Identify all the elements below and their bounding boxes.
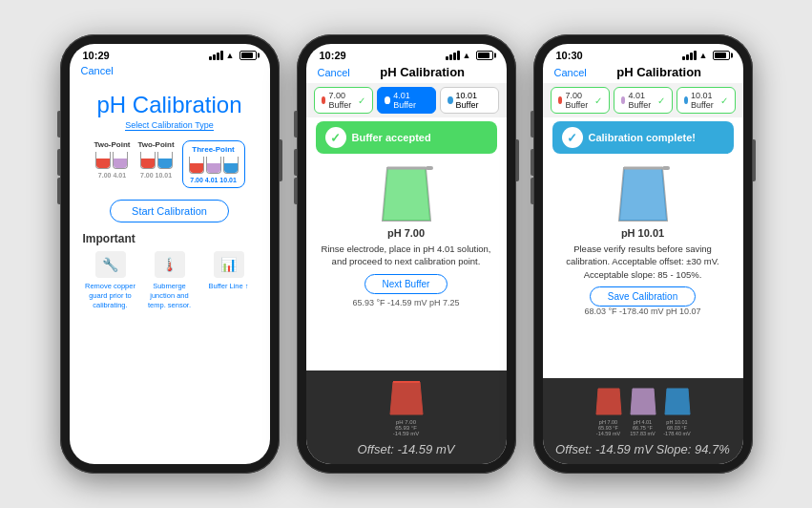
- instruction-text-2: Rinse electrode, place in pH 4.01 soluti…: [316, 243, 497, 268]
- beaker-vals-2: 7.00 10.01: [140, 172, 172, 179]
- dark-panel-2: pH 7.00 65.93 °F -14.59 mV Offset: -14.5…: [306, 370, 507, 464]
- buffer-accepted-banner: ✓ Buffer accepted: [316, 121, 497, 154]
- subtitle-1: Select Calibration Type: [125, 120, 213, 131]
- tab-label-10-2: 10.01 Buffer: [456, 91, 491, 110]
- cancel-button-2[interactable]: Cancel: [318, 67, 350, 78]
- cal-option-three-point[interactable]: Three-Point 7.00 4.01 10.01: [182, 140, 245, 188]
- calibration-options: Two-Point 7.00 4.01 Two-Point: [94, 140, 244, 188]
- beakers-tp1: [95, 152, 128, 169]
- important-section: Important 🔧 Remove copper guard prior to…: [83, 232, 257, 309]
- next-buffer-button[interactable]: Next Buffer: [364, 274, 448, 294]
- banner-text-3: Calibration complete!: [589, 132, 696, 143]
- important-item-1: 🔧 Remove copper guard prior to calibrati…: [83, 251, 138, 309]
- mini-beaker-purple-3: [206, 157, 221, 174]
- beaker-vals-3: 7.00 4.01 10.01: [190, 177, 237, 183]
- mini-beaker-blue-3: [223, 157, 239, 174]
- beaker-area-3: pH 10.01: [614, 163, 672, 239]
- svg-marker-11: [631, 389, 656, 414]
- beaker-label-2: pH 7.00: [387, 227, 425, 239]
- mini-beaker-blue-2: [157, 152, 173, 169]
- tab-10-buffer-3[interactable]: 10.01 Buffer ✓: [677, 87, 736, 114]
- tab-check-10-3: ✓: [720, 95, 728, 106]
- offset-text-3: Offset: -14.59 mV Slope: 94.7%: [555, 442, 730, 456]
- important-text-1: Remove copper guard prior to calibrating…: [83, 282, 138, 309]
- mini-beakers-row-3: pH 7.00 65.93 °F -14.59 mV pH 4.01 66.75…: [594, 386, 692, 436]
- tab-10-buffer-2[interactable]: 10.01 Buffer: [440, 87, 499, 114]
- important-text-2: Submerge junction and temp. sensor.: [142, 282, 198, 309]
- nav-bar-3: Cancel pH Calibration: [543, 63, 743, 83]
- nav-bar-2: Cancel pH Calibration: [306, 63, 507, 83]
- tab-dot-red-2: [322, 96, 326, 104]
- phone-1: 10:29 ▲ Cancel pH Ca: [60, 34, 280, 474]
- submerge-icon: 🌡️: [155, 251, 185, 278]
- status-icons-3: ▲: [682, 51, 730, 60]
- readings-3: 68.03 °F -178.40 mV pH 10.07: [584, 307, 700, 316]
- battery-icon-2: [476, 51, 493, 60]
- tab-dot-purple-3: [621, 96, 626, 104]
- mini-beaker-red-1: [95, 152, 111, 169]
- svg-marker-1: [383, 168, 430, 221]
- important-items: 🔧 Remove copper guard prior to calibrati…: [83, 251, 257, 309]
- svg-rect-9: [662, 166, 670, 170]
- tab-4-buffer-3[interactable]: 4.01 Buffer ✓: [614, 87, 673, 114]
- phone-3-screen: 10:30 ▲ Cancel pH Calibration: [543, 44, 743, 464]
- cal-option-two-point-1[interactable]: Two-Point 7.00 4.01: [94, 140, 130, 188]
- tab-check-7-3: ✓: [594, 95, 602, 106]
- mini-beaker-card-blue-3: pH 10.01 68.03 °F -178.40 mV: [663, 386, 692, 436]
- tab-4-buffer-2[interactable]: 4.01 Buffer: [377, 87, 436, 114]
- cancel-button-1[interactable]: Cancel: [81, 65, 114, 76]
- status-icons-2: ▲: [446, 51, 493, 60]
- buffer-tabs-3: 7.00 Buffer ✓ 4.01 Buffer ✓ 10.01 Buffer…: [543, 83, 743, 117]
- phone-3: 10:30 ▲ Cancel pH Calibration: [533, 34, 753, 474]
- mini-beaker-blue-svg-3: [663, 386, 692, 418]
- start-calibration-button[interactable]: Start Calibration: [110, 200, 229, 222]
- signal-icon-2: [446, 51, 460, 60]
- svg-marker-12: [665, 389, 690, 414]
- page-title-1: pH Calibration: [96, 92, 241, 118]
- mini-beaker-purple-1: [113, 152, 128, 169]
- cal-label-1: Two-Point: [94, 140, 130, 149]
- wifi-icon-3: ▲: [699, 51, 708, 60]
- cancel-button-3[interactable]: Cancel: [554, 67, 587, 78]
- tab-label-7-3: 7.00 Buffer: [565, 91, 591, 110]
- cal-option-two-point-2[interactable]: Two-Point 7.00 10.01: [138, 140, 175, 188]
- mini-beaker-red-2: [140, 152, 156, 169]
- phones-container: 10:29 ▲ Cancel pH Ca: [41, 15, 772, 493]
- mini-beaker-red-3: [189, 157, 204, 174]
- mini-beaker-red-svg-3: [594, 386, 623, 418]
- save-calibration-button[interactable]: Save Calibration: [590, 286, 696, 307]
- tab-label-4-3: 4.01 Buffer: [628, 91, 654, 110]
- buffer-line-icon: 📊: [214, 251, 244, 278]
- tab-dot-blue-2: [448, 96, 453, 104]
- tab-7-buffer-2[interactable]: 7.00 Buffer ✓: [314, 87, 373, 114]
- copper-guard-icon: 🔧: [95, 251, 126, 278]
- important-title: Important: [83, 232, 257, 245]
- mini-beaker-card-red-2: pH 7.00 65.93 °F -14.59 mV: [388, 378, 425, 436]
- mini-beaker-card-red-3: pH 7.00 65.93 °F -14.59 mV: [594, 386, 623, 436]
- beaker-svg-3: [614, 163, 672, 225]
- nav-title-3: pH Calibration: [616, 65, 701, 79]
- banner-text-2: Buffer accepted: [352, 132, 431, 143]
- phone-1-screen: 10:29 ▲ Cancel pH Ca: [70, 44, 270, 464]
- beaker-vals-1: 7.00 4.01: [98, 172, 126, 179]
- cal-label-3: Three-Point: [192, 145, 234, 154]
- screen-top-2: ✓ Buffer accepted pH 7.00 Rinse electrod: [306, 117, 507, 370]
- readings-2: 65.93 °F -14.59 mV pH 7.25: [352, 298, 459, 307]
- screen-top-3: ✓ Calibration complete! pH 10.01 Please …: [543, 117, 743, 378]
- time-1: 10:29: [83, 50, 110, 61]
- signal-icon-1: [209, 51, 223, 60]
- phone-2: 10:29 ▲ Cancel pH Calibration: [297, 34, 516, 474]
- status-icons-1: ▲: [209, 51, 257, 60]
- beaker-area-2: pH 7.00: [378, 163, 435, 239]
- wifi-icon-2: ▲: [463, 51, 471, 60]
- tab-7-buffer-3[interactable]: 7.00 Buffer ✓: [551, 87, 610, 114]
- svg-marker-10: [596, 389, 621, 414]
- battery-icon-1: [239, 51, 257, 60]
- buffer-tabs-2: 7.00 Buffer ✓ 4.01 Buffer 10.01 Buffer: [306, 83, 507, 117]
- time-2: 10:29: [320, 50, 346, 61]
- nav-title-2: pH Calibration: [380, 65, 465, 79]
- instruction-text-3: Please verify results before saving cali…: [552, 243, 734, 281]
- important-item-2: 🌡️ Submerge junction and temp. sensor.: [142, 251, 198, 309]
- important-text-3: Buffer Line ↑: [209, 282, 249, 291]
- tab-check-7-2: ✓: [358, 95, 365, 106]
